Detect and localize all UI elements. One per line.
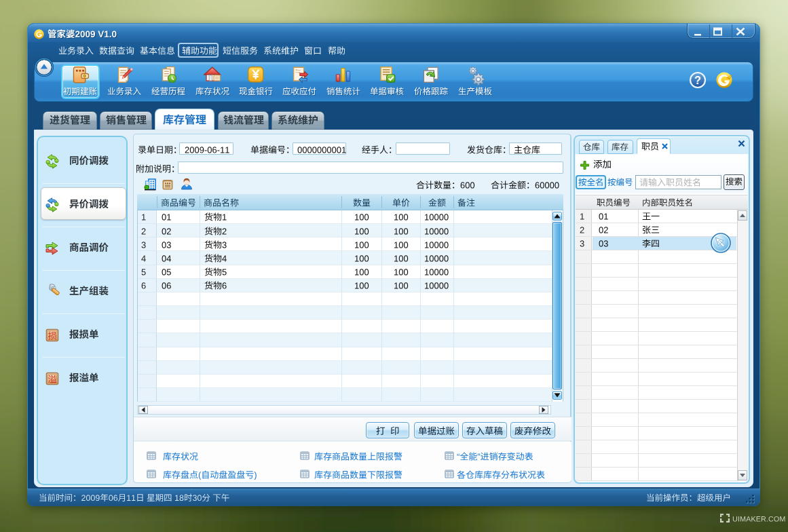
svg-text:?: ? bbox=[694, 75, 701, 86]
